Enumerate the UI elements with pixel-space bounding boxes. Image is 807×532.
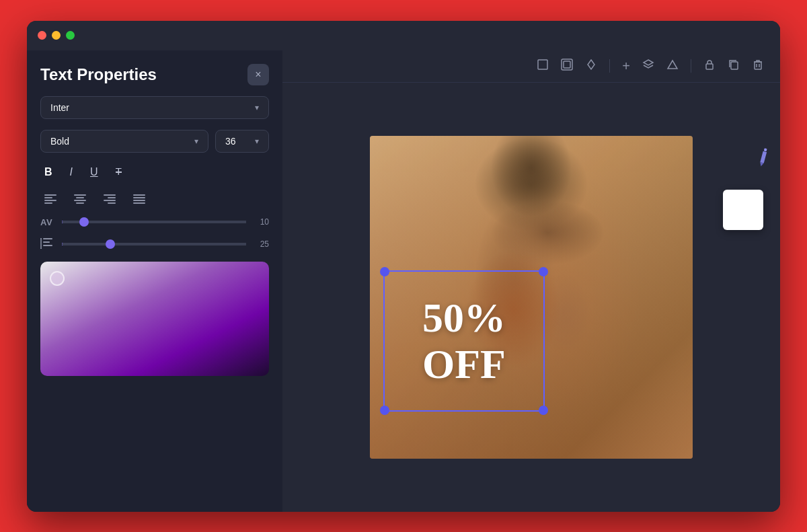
svg-rect-9 — [104, 194, 116, 196]
align-right-button[interactable] — [100, 192, 120, 206]
font-family-dropdown[interactable]: Inter ▾ — [40, 96, 269, 119]
letter-spacing-label: AV — [40, 217, 55, 227]
color-picker-cursor — [50, 271, 65, 286]
font-weight-chevron-icon: ▾ — [194, 137, 198, 146]
svg-text:T̶: T̶ — [116, 167, 122, 177]
svg-rect-13 — [133, 194, 145, 196]
svg-rect-17 — [43, 238, 52, 239]
bold-button[interactable]: B — [40, 163, 56, 181]
svg-rect-7 — [74, 200, 86, 201]
toolbar-separator-1 — [609, 59, 610, 73]
triangle-icon[interactable] — [664, 56, 681, 76]
eyedropper-tool — [750, 146, 777, 175]
svg-rect-4 — [44, 202, 52, 204]
promo-line-2: OFF — [422, 341, 506, 387]
line-height-value: 25 — [253, 239, 269, 249]
layers-icon[interactable] — [640, 56, 657, 76]
delete-icon[interactable] — [749, 56, 767, 76]
promo-text: 50% OFF — [385, 272, 543, 410]
font-family-chevron-icon: ▾ — [255, 103, 259, 112]
font-weight-value: Bold — [50, 136, 69, 147]
svg-rect-27 — [731, 62, 738, 69]
lock-icon[interactable] — [701, 56, 718, 76]
svg-rect-5 — [74, 194, 86, 196]
align-buttons-row — [40, 192, 269, 206]
svg-rect-1 — [44, 194, 56, 196]
underline-button[interactable]: U — [86, 163, 102, 181]
app-window: Text Properties × Inter ▾ Bold ▾ 36 ▾ — [27, 21, 780, 512]
canvas-container: 50% OFF — [282, 83, 780, 512]
letter-spacing-row: AV 10 — [40, 217, 269, 227]
align-center-button[interactable] — [70, 192, 90, 206]
svg-rect-14 — [133, 197, 145, 198]
color-swatch — [723, 190, 763, 230]
font-size-value: 36 — [225, 136, 236, 147]
font-weight-dropdown[interactable]: Bold ▾ — [40, 130, 208, 153]
svg-rect-2 — [44, 197, 52, 198]
align-justify-button[interactable] — [129, 192, 149, 206]
svg-rect-18 — [43, 241, 50, 243]
font-size-chevron-icon: ▾ — [255, 137, 259, 146]
image-canvas[interactable]: 50% OFF — [370, 136, 693, 459]
color-picker[interactable] — [40, 262, 269, 376]
svg-rect-29 — [764, 148, 767, 151]
svg-rect-16 — [133, 202, 145, 204]
format-buttons-row: B I U T̶ — [40, 163, 269, 181]
crop-icon[interactable] — [534, 56, 551, 76]
add-icon[interactable]: + — [619, 56, 633, 77]
panel-close-button[interactable]: × — [247, 64, 269, 85]
maximize-traffic-light[interactable] — [66, 31, 75, 40]
svg-rect-23 — [538, 60, 547, 69]
close-traffic-light[interactable] — [38, 31, 46, 40]
main-area: Text Properties × Inter ▾ Bold ▾ 36 ▾ — [27, 50, 780, 512]
text-properties-panel: Text Properties × Inter ▾ Bold ▾ 36 ▾ — [27, 50, 282, 512]
svg-rect-19 — [43, 245, 52, 246]
minimize-traffic-light[interactable] — [52, 31, 61, 40]
traffic-lights — [38, 31, 75, 40]
font-controls-row: Bold ▾ 36 ▾ — [40, 130, 269, 153]
align-left-button[interactable] — [40, 192, 61, 206]
svg-rect-26 — [706, 64, 713, 69]
frame-icon[interactable] — [558, 56, 576, 76]
panel-header: Text Properties × — [40, 64, 269, 85]
title-bar — [27, 21, 780, 50]
svg-rect-15 — [133, 200, 145, 201]
svg-rect-3 — [44, 200, 56, 201]
svg-rect-12 — [108, 202, 116, 204]
letter-spacing-value: 10 — [253, 217, 269, 227]
svg-rect-25 — [564, 61, 570, 68]
dropper-icon[interactable] — [582, 56, 600, 76]
font-family-value: Inter — [50, 102, 69, 113]
line-height-slider[interactable] — [62, 243, 246, 245]
svg-rect-28 — [755, 62, 761, 69]
copy-icon[interactable] — [725, 56, 742, 76]
italic-button[interactable]: I — [66, 163, 77, 181]
font-size-dropdown[interactable]: 36 ▾ — [215, 130, 269, 153]
canvas-toolbar: + — [282, 50, 780, 83]
text-selection-box[interactable]: 50% OFF — [383, 270, 545, 412]
svg-rect-10 — [108, 197, 116, 198]
svg-rect-8 — [76, 202, 84, 204]
canvas-area: + — [282, 50, 780, 512]
strikethrough-button[interactable]: T̶ — [112, 164, 132, 180]
toolbar-separator-2 — [691, 59, 691, 73]
panel-title: Text Properties — [40, 65, 157, 84]
svg-rect-6 — [76, 197, 84, 198]
svg-rect-11 — [104, 200, 116, 201]
promo-line-1: 50% — [422, 295, 506, 340]
letter-spacing-slider[interactable] — [62, 221, 246, 223]
line-height-row: 25 — [40, 238, 269, 251]
line-height-label — [40, 238, 55, 251]
